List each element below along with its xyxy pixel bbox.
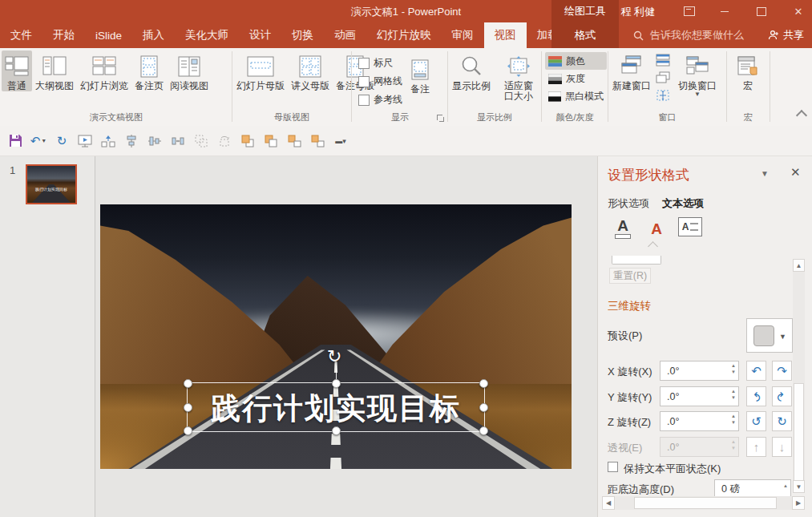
selected-text-box[interactable]: 践行计划实现目标 ↻ — [187, 382, 485, 432]
maximize-button[interactable] — [748, 0, 775, 22]
spinner-arrows-icon[interactable]: ▲▼ — [731, 389, 736, 400]
rotate-up-button[interactable]: ↶ — [746, 386, 766, 406]
slide-sorter-button[interactable]: 幻灯片浏览 — [77, 50, 131, 91]
y-rotation-input[interactable]: .0° ▲▼ — [660, 386, 739, 406]
pane-horizontal-scrollbar[interactable]: ◀ ▶ — [602, 496, 805, 510]
start-slideshow-button[interactable] — [76, 132, 94, 150]
tab-design[interactable]: 设计 — [239, 22, 281, 48]
spinner-arrows-icon[interactable]: ▲▼ — [731, 363, 736, 374]
pane-tab-shape-options[interactable]: 形状选项 — [608, 196, 649, 211]
tab-animations[interactable]: 动画 — [324, 22, 366, 48]
rotate-ccw-button[interactable]: ↺ — [746, 411, 766, 431]
reading-view-button[interactable]: 阅读视图 — [167, 50, 212, 91]
selection-handle-top-right[interactable] — [479, 379, 488, 388]
tab-file[interactable]: 文件 — [0, 22, 42, 48]
color-mode-button[interactable]: 颜色 — [545, 52, 607, 70]
tab-transitions[interactable]: 切换 — [281, 22, 324, 48]
pane-options-chevron-icon[interactable]: ▼ — [761, 169, 769, 178]
slide[interactable]: 践行计划实现目标 ↻ — [100, 204, 572, 469]
selection-handle-top-center[interactable] — [332, 379, 341, 388]
pane-close-icon[interactable]: ✕ — [790, 165, 801, 180]
black-white-button[interactable]: 黑白模式 — [545, 87, 607, 105]
bring-forward-button[interactable] — [285, 132, 303, 150]
move-up-button[interactable] — [99, 132, 117, 150]
guides-checkbox[interactable]: 参考线 — [358, 91, 402, 109]
selection-handle-top-left[interactable] — [184, 379, 192, 388]
spinner-arrows-icon[interactable]: ▲▼ — [731, 414, 736, 425]
keep-text-flat-checkbox[interactable] — [608, 462, 618, 472]
textbox-layout-button[interactable]: A — [678, 217, 702, 236]
minimize-button[interactable] — [711, 0, 738, 22]
cascade-windows-icon[interactable] — [656, 71, 670, 87]
rotation-handle-icon[interactable]: ↻ — [327, 348, 341, 366]
switch-window-button[interactable]: 切换窗口 ▼ — [675, 50, 720, 98]
fit-to-window-button[interactable]: 适应窗口大小 — [497, 50, 540, 102]
notes-button[interactable]: 备注 — [407, 50, 433, 95]
share-button[interactable]: 共享 — [768, 22, 804, 48]
selection-handle-mid-right[interactable] — [479, 403, 488, 412]
handout-master-button[interactable]: 讲义母版 — [288, 50, 333, 91]
rotate-down-button[interactable]: ↷ — [772, 386, 792, 406]
slide-editing-area[interactable]: 践行计划实现目标 ↻ — [95, 156, 597, 517]
pane-tab-text-options[interactable]: 文本选项 — [662, 196, 704, 211]
bring-to-front-button[interactable] — [239, 132, 257, 150]
rotate-left-button[interactable]: ↶ — [746, 361, 766, 381]
grayscale-button[interactable]: 灰度 — [545, 70, 607, 87]
tab-review[interactable]: 审阅 — [442, 22, 484, 48]
macros-button[interactable]: 宏 — [733, 50, 762, 91]
close-button[interactable]: ✕ — [785, 0, 812, 22]
notes-page-button[interactable]: 备注页 — [131, 50, 167, 91]
arrange-all-icon[interactable] — [656, 54, 670, 69]
scroll-left-icon[interactable]: ◀ — [602, 496, 615, 510]
tab-insert[interactable]: 插入 — [132, 22, 175, 48]
align-center-button[interactable] — [123, 132, 140, 150]
toolbar-overflow-icon[interactable]: ▬▾ — [332, 132, 349, 150]
rotate-cw-button[interactable]: ↻ — [772, 411, 792, 431]
selection-handle-mid-left[interactable] — [184, 403, 192, 412]
rotate-right-button[interactable]: ↷ — [772, 361, 792, 381]
group-objects-button[interactable] — [192, 132, 210, 150]
tab-islide[interactable]: iSlide — [85, 22, 132, 48]
tab-view[interactable]: 视图 — [484, 22, 527, 48]
text-effects-button[interactable]: A — [644, 217, 669, 240]
ruler-checkbox[interactable]: 标尺 — [358, 54, 402, 72]
collapse-ribbon-icon[interactable] — [796, 110, 807, 121]
tab-slideshow[interactable]: 幻灯片放映 — [366, 22, 442, 48]
tab-format[interactable]: 格式 — [551, 22, 619, 48]
distribute-horizontal-button[interactable] — [169, 132, 187, 150]
tab-beautify[interactable]: 美化大师 — [175, 22, 239, 48]
x-rotation-input[interactable]: .0° ▲▼ — [660, 361, 739, 381]
undo-button[interactable]: ↶▼ — [30, 132, 47, 150]
scrollbar-thumb[interactable] — [634, 497, 777, 509]
move-split-icon[interactable] — [656, 89, 670, 104]
normal-view-button[interactable]: 普通 — [2, 50, 32, 91]
new-window-button[interactable]: 新建窗口 — [609, 50, 654, 91]
slide-title-text[interactable]: 践行计划实现目标 — [188, 389, 484, 429]
scroll-down-icon[interactable]: ▼ — [793, 480, 805, 493]
ribbon-display-options-button[interactable] — [676, 0, 703, 22]
pane-vertical-scrollbar[interactable]: ▲ ▼ — [793, 259, 805, 493]
selection-handle-bottom-center[interactable] — [332, 426, 341, 435]
zoom-button[interactable]: 显示比例 — [449, 50, 494, 91]
slide-thumbnail[interactable]: 践行计划实现目标 — [26, 164, 77, 204]
send-to-back-button[interactable] — [262, 132, 280, 150]
scroll-up-icon[interactable]: ▲ — [793, 259, 805, 272]
spinner-arrows-icon[interactable]: ▲ — [783, 483, 788, 488]
align-middle-button[interactable] — [146, 132, 164, 150]
save-button[interactable] — [6, 132, 24, 150]
z-rotation-input[interactable]: .0° ▲▼ — [660, 411, 739, 431]
selection-handle-bottom-left[interactable] — [184, 426, 192, 435]
tab-home[interactable]: 开始 — [42, 22, 85, 48]
text-fill-outline-button[interactable]: A — [611, 217, 635, 240]
slide-master-button[interactable]: 幻灯片母版 — [233, 50, 288, 91]
tell-me-box[interactable]: 告诉我你想要做什么 — [633, 22, 744, 48]
show-dialog-launcher-icon[interactable] — [437, 115, 445, 123]
reset-button[interactable]: 重置(R) — [609, 268, 651, 284]
outline-view-button[interactable]: 大纲视图 — [32, 50, 77, 91]
section-3d-rotation[interactable]: 三维旋转 — [608, 299, 651, 313]
send-backward-button[interactable] — [309, 132, 326, 150]
selection-handle-bottom-right[interactable] — [479, 426, 488, 435]
preset-dropdown[interactable]: ▼ — [746, 318, 793, 353]
rotate-objects-button[interactable] — [216, 132, 233, 150]
redo-button[interactable]: ↻ — [53, 132, 71, 150]
